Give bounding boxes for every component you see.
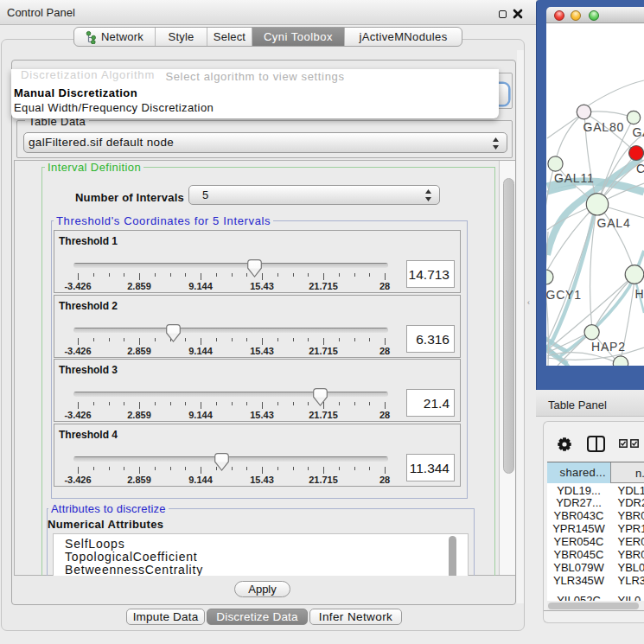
svg-text:GAL: GAL — [633, 125, 644, 139]
svg-text:GAL80: GAL80 — [583, 120, 625, 134]
svg-text:GCY1: GCY1 — [546, 288, 582, 302]
svg-text:C: C — [636, 162, 644, 175]
svg-text:H: H — [635, 287, 644, 301]
svg-text:GAL4: GAL4 — [597, 216, 631, 230]
svg-text:GAL11: GAL11 — [554, 171, 595, 185]
svg-text:HAP2: HAP2 — [591, 340, 626, 354]
